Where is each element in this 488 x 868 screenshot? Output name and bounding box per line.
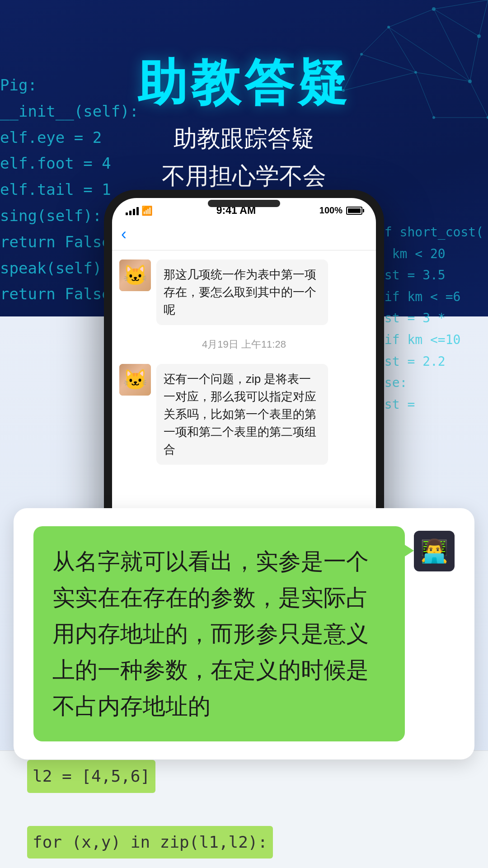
battery-icon <box>346 207 362 215</box>
chat-header: ‹ <box>112 220 376 250</box>
signal-bar-4 <box>136 207 139 215</box>
code-line: elif km <=10 <box>369 329 483 351</box>
code-line: else: <box>369 372 483 394</box>
svg-point-19 <box>387 26 390 28</box>
back-button[interactable]: ‹ <box>121 225 127 244</box>
cat-avatar-2 <box>119 364 151 396</box>
subtitle-line2: 不用担心学不会 <box>0 157 488 195</box>
code-line-3: for (x,y) in zip(l1,l2): <box>27 826 273 859</box>
code-line: if km < 20 <box>369 243 483 265</box>
wifi-icon: 📶 <box>141 205 153 216</box>
battery-percent: 100% <box>319 205 343 216</box>
code-line: cost = 3 * <box>369 307 483 329</box>
avatar-1 <box>119 259 151 291</box>
avatar-2 <box>119 364 151 396</box>
battery-fill <box>348 208 361 213</box>
svg-line-15 <box>434 0 488 9</box>
large-reply-text: 从名字就可以看出，实参是一个实实在在存在的参数，是实际占用内存地址的，而形参只是… <box>52 549 369 719</box>
timestamp-1: 4月19日 上午11:28 <box>119 338 369 351</box>
code-line: elif km < =6 <box>369 286 483 308</box>
phone-speaker <box>208 200 280 207</box>
svg-line-14 <box>479 0 488 36</box>
code-background-right: def short_cost( if km < 20 cost = 3.5 el… <box>369 222 488 415</box>
message-bubble-1: 那这几项统一作为表中第一项存在，要怎么取到其中的一个呢 <box>156 259 328 325</box>
status-left: 📶 <box>126 205 153 216</box>
signal-bars <box>126 206 139 215</box>
bottom-code-section: l2 = [4,5,6] for (x,y) in zip(l1,l2): <box>0 750 488 868</box>
svg-line-3 <box>389 9 434 27</box>
svg-point-16 <box>432 7 436 11</box>
page-title: 助教答疑 <box>0 50 488 117</box>
signal-bar-2 <box>129 211 131 215</box>
signal-bar-1 <box>126 212 128 215</box>
code-line: cost = 3.5 <box>369 264 483 286</box>
message-row-2: 还有一个问题，zip 是将表一一对应，那么我可以指定对应关系吗，比如第一个表里的… <box>119 364 369 465</box>
code-line-2 <box>27 797 461 826</box>
code-line-1: l2 = [4,5,6] <box>27 760 155 793</box>
page-subtitle: 助教跟踪答疑 不用担心学不会 <box>0 120 488 195</box>
code-line: def short_cost( <box>369 222 483 243</box>
code-line: cost = <box>369 394 483 415</box>
signal-bar-3 <box>133 209 135 215</box>
large-reply-bubble: 从名字就可以看出，实参是一个实实在在存在的参数，是实际占用内存地址的，而形参只是… <box>33 526 405 741</box>
teacher-avatar: 👨‍💻 <box>414 531 455 571</box>
message-row: 那这几项统一作为表中第一项存在，要怎么取到其中的一个呢 <box>119 259 369 325</box>
status-right: 100% <box>319 205 362 216</box>
code-line: cost = 2.2 <box>369 351 483 373</box>
message-bubble-2: 还有一个问题，zip 是将表一一对应，那么我可以指定对应关系吗，比如第一个表里的… <box>156 364 328 465</box>
cat-avatar-1 <box>119 259 151 291</box>
large-reply-section: 从名字就可以看出，实参是一个实实在在存在的参数，是实际占用内存地址的，而形参只是… <box>14 508 474 760</box>
subtitle-line1: 助教跟踪答疑 <box>0 120 488 157</box>
svg-point-17 <box>477 34 481 38</box>
